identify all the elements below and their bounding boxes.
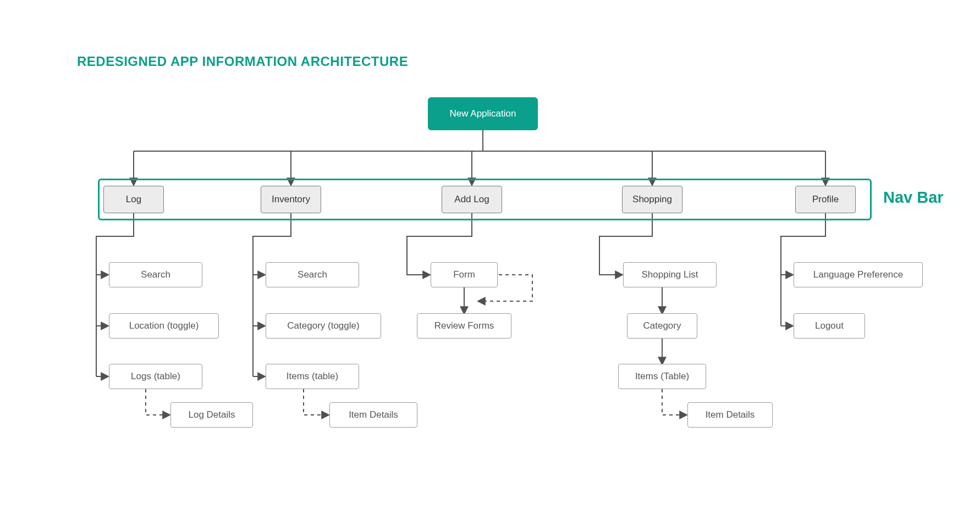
node-inventory-items: Items (table) [266,364,359,389]
node-shopping-details: Item Details [687,402,773,428]
node-profile-language: Language Preference [794,262,923,287]
node-shopping-list: Shopping List [623,262,717,287]
node-shopping-items: Items (Table) [618,364,706,389]
diagram-title: REDESIGNED APP INFORMATION ARCHITECTURE [77,54,408,69]
connector-lines [0,0,980,510]
node-log-search: Search [109,262,202,287]
node-addlog-form: Form [431,262,498,287]
node-profile-logout: Logout [794,313,865,339]
node-log-location: Location (toggle) [109,313,219,339]
nav-bar-label: Nav Bar [883,189,944,207]
node-inventory-category: Category (toggle) [266,313,381,339]
node-nav-addlog: Add Log [442,186,502,213]
node-log-details: Log Details [170,402,253,428]
node-nav-profile: Profile [795,186,856,213]
node-shopping-category: Category [627,313,697,339]
node-nav-inventory: Inventory [261,186,321,213]
node-nav-log: Log [103,186,164,213]
node-root: New Application [428,97,538,130]
node-inventory-search: Search [266,262,359,287]
node-nav-shopping: Shopping [622,186,682,213]
node-addlog-review: Review Forms [417,313,511,339]
node-inventory-details: Item Details [329,402,417,428]
node-log-logs: Logs (table) [109,364,202,389]
